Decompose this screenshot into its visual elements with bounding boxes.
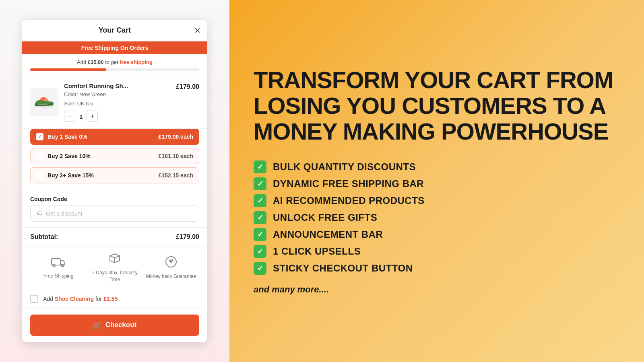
coupon-label: Coupon Code xyxy=(30,196,199,202)
bulk-price-3: £152.15 each xyxy=(159,172,193,179)
guarantee-svg xyxy=(165,256,177,268)
left-panel: Your Cart ✕ Free Shipping On Orders Add … xyxy=(0,0,229,362)
upsell-product: Shoe Cleaning xyxy=(55,296,94,302)
check-badge-2: ✓ xyxy=(254,177,266,190)
checkout-icon: 🛒 xyxy=(93,321,101,329)
svg-point-2 xyxy=(49,101,50,103)
product-price: £179.00 xyxy=(176,83,199,90)
progress-label: free shipping xyxy=(120,59,153,65)
subtotal-amount: £179.00 xyxy=(176,233,199,241)
checkout-label: Checkout xyxy=(105,321,136,329)
size-label: Size: xyxy=(64,101,76,107)
quantity-increase-button[interactable]: + xyxy=(87,111,98,122)
upsell-prefix: Add xyxy=(43,296,55,302)
bulk-price-1: £179.00 each xyxy=(159,134,193,140)
trust-item-delivery: 7 Days Max. Delivery Time xyxy=(87,252,143,283)
shoe-illustration xyxy=(32,93,56,111)
progress-text: Add £35.80 to get free shipping xyxy=(30,59,199,65)
svg-rect-1 xyxy=(38,104,47,105)
upsell-suffix: for xyxy=(94,296,103,302)
box-svg xyxy=(109,252,121,264)
upsell-checkbox[interactable] xyxy=(30,295,38,303)
feature-item-3: ✓ AI RECOMMENDED PRODUCTS xyxy=(254,194,620,207)
feature-item-7: ✓ STICKY CHECKOUT BUTTON xyxy=(254,262,620,275)
check-badge-4: ✓ xyxy=(254,211,266,224)
feature-item-6: ✓ 1 CLICK UPSELLS xyxy=(254,245,620,258)
coupon-placeholder: Get a discount xyxy=(46,210,82,217)
feature-text-6: 1 CLICK UPSELLS xyxy=(273,246,361,257)
coupon-icon: 🏷 xyxy=(36,210,43,217)
checkout-button[interactable]: 🛒 Checkout xyxy=(30,315,199,336)
progress-prefix: Add xyxy=(77,59,88,65)
product-info: Comfort Running Sh... Color: New Green S… xyxy=(64,82,170,122)
subtotal-label: Subtotal: xyxy=(30,233,58,241)
check-badge-6: ✓ xyxy=(254,245,266,258)
truck-icon xyxy=(51,256,66,270)
svg-rect-3 xyxy=(52,259,60,265)
product-name: Comfort Running Sh... xyxy=(64,82,170,89)
product-section: Comfort Running Sh... Color: New Green S… xyxy=(22,76,207,129)
trust-label-guarantee: Money back Guarantee xyxy=(146,273,196,280)
guarantee-icon xyxy=(165,256,177,271)
feature-text-2: DYNAMIC FREE SHIPPING BAR xyxy=(273,178,424,189)
trust-item-guarantee: Money back Guarantee xyxy=(143,256,199,280)
feature-text-3: AI RECOMMENDED PRODUCTS xyxy=(273,195,425,206)
bulk-price-2: £161.10 each xyxy=(159,153,193,159)
quantity-decrease-button[interactable]: − xyxy=(64,111,75,122)
bulk-option-1-left: Buy 1 Save 0% xyxy=(36,133,87,140)
bulk-option-3-left: Buy 3+ Save 15% xyxy=(36,172,94,179)
upsell-section: Add Shoe Cleaning for £2.55 xyxy=(22,289,207,309)
bulk-options-section: Buy 1 Save 0% £179.00 each Buy 2 Save 10… xyxy=(22,129,207,190)
feature-text-5: ANNOUNCEMENT BAR xyxy=(273,229,383,240)
check-badge-3: ✓ xyxy=(254,194,266,207)
feature-item-2: ✓ DYNAMIC FREE SHIPPING BAR xyxy=(254,177,620,190)
check-badge-1: ✓ xyxy=(254,160,266,173)
progress-suffix: to get xyxy=(104,59,120,65)
feature-item-5: ✓ ANNOUNCEMENT BAR xyxy=(254,228,620,241)
feature-text-7: STICKY CHECKOUT BUTTON xyxy=(273,263,413,274)
bulk-option-2-left: Buy 2 Save 10% xyxy=(36,152,91,160)
progress-amount: £35.80 xyxy=(88,59,104,65)
feature-item-1: ✓ BULK QUANTITY DISCOUNTS xyxy=(254,160,620,173)
product-color: Color: New Green xyxy=(64,90,170,99)
cart-title: Your Cart xyxy=(99,26,131,35)
bulk-option-3[interactable]: Buy 3+ Save 15% £152.15 each xyxy=(30,167,199,183)
quantity-value: 1 xyxy=(79,113,83,120)
coupon-input-wrap[interactable]: 🏷 Get a discount xyxy=(30,206,199,222)
bulk-label-1: Buy 1 Save 0% xyxy=(47,134,87,140)
bulk-option-1[interactable]: Buy 1 Save 0% £179.00 each xyxy=(30,129,199,145)
close-button[interactable]: ✕ xyxy=(194,26,201,35)
coupon-section: Coupon Code 🏷 Get a discount xyxy=(22,190,207,228)
checkout-section: 🛒 Checkout xyxy=(22,309,207,342)
trust-label-shipping: Free Shipping xyxy=(43,273,74,280)
product-image xyxy=(30,88,58,116)
hero-title: TRANSFORM YOUR CART FROM LOSING YOU CUST… xyxy=(254,67,620,144)
trust-badges-section: Free Shipping 7 Days Max. Delivery Time xyxy=(22,247,207,289)
upsell-price: £2.55 xyxy=(103,296,118,302)
color-label: Color: xyxy=(64,91,78,97)
feature-item-4: ✓ UNLOCK FREE GIFTS xyxy=(254,211,620,224)
right-panel: TRANSFORM YOUR CART FROM LOSING YOU CUST… xyxy=(229,0,644,362)
bulk-checkbox-2 xyxy=(36,152,43,160)
feature-text-4: UNLOCK FREE GIFTS xyxy=(273,212,377,223)
trust-label-delivery: 7 Days Max. Delivery Time xyxy=(87,269,143,283)
bulk-label-2: Buy 2 Save 10% xyxy=(47,153,91,159)
bulk-checkbox-1 xyxy=(36,133,43,140)
check-badge-5: ✓ xyxy=(254,228,266,241)
progress-section: Add £35.80 to get free shipping xyxy=(22,54,207,76)
cart-modal: Your Cart ✕ Free Shipping On Orders Add … xyxy=(22,20,207,342)
bulk-checkbox-3 xyxy=(36,172,43,179)
upsell-text: Add Shoe Cleaning for £2.55 xyxy=(43,296,118,302)
feature-text-1: BULK QUANTITY DISCOUNTS xyxy=(273,161,416,173)
box-icon xyxy=(109,252,121,267)
product-size: Size: UK 6.5 xyxy=(64,100,170,108)
trust-item-shipping: Free Shipping xyxy=(30,256,87,280)
bulk-option-2[interactable]: Buy 2 Save 10% £161.10 each xyxy=(30,148,199,164)
quantity-controls: − 1 + xyxy=(64,111,170,122)
progress-bar-fill xyxy=(30,68,106,71)
truck-svg xyxy=(51,256,66,267)
cart-header: Your Cart ✕ xyxy=(22,20,207,41)
color-value: New Green xyxy=(79,91,106,97)
subtotal-section: Subtotal: £179.00 xyxy=(22,228,207,247)
check-badge-7: ✓ xyxy=(254,262,266,275)
